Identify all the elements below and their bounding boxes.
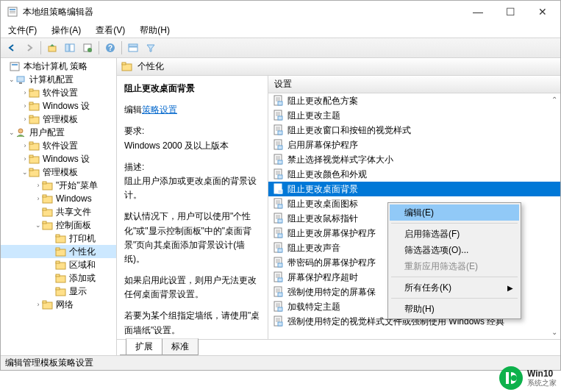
folder-icon (55, 274, 67, 283)
tree-user-software[interactable]: ›软件设置 (1, 139, 116, 152)
svg-rect-19 (29, 89, 33, 91)
tree-windows-comp[interactable]: ›Windows (1, 192, 116, 205)
svg-rect-14 (10, 63, 19, 71)
watermark: Win10 系统之家 (499, 366, 557, 391)
list-item[interactable]: 阻止更改桌面背景 (268, 182, 560, 196)
edit-policy-link[interactable]: 策略设置 (142, 104, 177, 115)
svg-rect-46 (56, 274, 60, 277)
tree-comp-software[interactable]: ›软件设置 (1, 86, 116, 99)
req-value: Windows 2000 及以上版本 (124, 139, 260, 153)
up-button[interactable] (44, 40, 60, 56)
watermark-logo-icon (499, 366, 524, 391)
svg-rect-67 (278, 131, 282, 135)
list-item[interactable]: 启用屏幕保护程序 (268, 138, 560, 152)
svg-text:?: ? (108, 44, 112, 52)
list-item[interactable]: 阻止更改主题 (268, 108, 560, 123)
menu-enable-filter[interactable]: 启用筛选器(F) (390, 226, 519, 242)
menu-view[interactable]: 查看(V) (93, 24, 128, 37)
svg-rect-16 (17, 76, 24, 82)
menu-file[interactable]: 文件(F) (5, 24, 40, 37)
svg-rect-40 (56, 235, 60, 237)
list-item[interactable]: 阻止更改配色方案 (268, 93, 560, 108)
toolbar: ? (1, 38, 560, 58)
close-button[interactable]: ✕ (526, 1, 559, 22)
show-hide-button[interactable] (62, 40, 78, 56)
svg-rect-50 (43, 301, 46, 303)
tree-printer[interactable]: 打印机 (1, 232, 116, 245)
tree-computer-config[interactable]: ⌄计算机配置 (1, 73, 116, 86)
svg-marker-13 (147, 45, 154, 51)
user-icon (15, 128, 27, 138)
folder-icon (29, 101, 40, 111)
svg-rect-23 (29, 115, 33, 118)
context-menu: 编辑(E) 启用筛选器(F) 筛选器选项(O)... 重新应用筛选器(E) 所有… (387, 202, 521, 319)
svg-rect-122 (278, 293, 282, 296)
tab-extended[interactable]: 扩展 (126, 338, 162, 355)
menu-edit[interactable]: 编辑(E) (390, 204, 519, 221)
svg-rect-87 (278, 190, 282, 193)
menu-action[interactable]: 操作(A) (49, 24, 84, 37)
svg-rect-134 (506, 372, 509, 384)
tree-display[interactable]: 显示 (1, 285, 116, 298)
svg-rect-12 (129, 47, 137, 51)
svg-rect-107 (278, 249, 282, 252)
list-item[interactable]: 阻止更改窗口和按钮的视觉样式 (268, 123, 560, 138)
svg-rect-5 (65, 44, 69, 51)
tree-user-windows[interactable]: ›Windows 设 (1, 152, 116, 165)
description-pane: 阻止更改桌面背景 编辑策略设置 要求: Windows 2000 及以上版本 描… (117, 76, 268, 339)
svg-point-135 (511, 375, 517, 381)
menubar: 文件(F) 操作(A) 查看(V) 帮助(H) (1, 23, 560, 38)
tree-control-panel[interactable]: ⌄控制面板 (1, 218, 116, 232)
menu-help[interactable]: 帮助(H) (390, 301, 519, 317)
forward-button[interactable] (21, 40, 37, 56)
app-icon (7, 6, 18, 18)
menu-reapply-filter: 重新应用筛选器(E) (390, 258, 519, 274)
tree-network[interactable]: ›网络 (1, 298, 116, 311)
req-label: 要求: (124, 124, 260, 138)
svg-rect-34 (43, 195, 46, 197)
folder-icon (42, 207, 54, 217)
back-button[interactable] (4, 40, 20, 56)
tree-shared[interactable]: 共享文件 (1, 205, 116, 218)
tree-personalization[interactable]: 个性化 (1, 245, 116, 258)
desc-text: 阻止用户添加或更改桌面的背景设计。 (124, 174, 260, 202)
tree-start-menu[interactable]: ›"开始"菜单 (1, 179, 116, 192)
list-item[interactable]: 禁止选择视觉样式字体大小 (268, 152, 560, 167)
scroll-down-icon[interactable]: ⌄ (550, 327, 559, 336)
svg-rect-36 (43, 208, 46, 210)
menu-all-tasks[interactable]: 所有任务(K)▶ (390, 279, 519, 296)
properties-button[interactable] (79, 40, 96, 56)
tree-add-or[interactable]: 添加或 (1, 271, 116, 285)
folder-icon (42, 181, 54, 190)
minimize-button[interactable]: — (462, 1, 494, 22)
view-button[interactable] (125, 40, 141, 56)
tab-standard[interactable]: 标准 (162, 338, 199, 355)
menu-filter-options[interactable]: 筛选器选项(O)... (390, 242, 519, 258)
svg-rect-52 (122, 63, 126, 65)
svg-rect-30 (29, 168, 33, 171)
filter-button[interactable] (143, 40, 159, 56)
svg-rect-21 (29, 102, 33, 104)
folder-icon (55, 247, 67, 257)
svg-rect-6 (70, 44, 74, 51)
tree-user-admin[interactable]: ⌄管理模板 (1, 165, 116, 179)
folder-icon (29, 141, 40, 151)
tree-comp-admin[interactable]: ›管理模板 (1, 113, 116, 126)
tree-pane[interactable]: 本地计算机 策略 ⌄计算机配置 ›软件设置 ›Windows 设 ›管理模板 ⌄… (1, 58, 117, 355)
list-column-header[interactable]: 设置 (268, 76, 560, 93)
maximize-button[interactable]: ☐ (494, 1, 526, 22)
tree-regional[interactable]: 区域和 (1, 258, 116, 271)
scroll-up-icon[interactable]: ⌃ (550, 95, 559, 104)
tree-user-config[interactable]: ⌄用户配置 (1, 126, 116, 139)
tree-root[interactable]: 本地计算机 策略 (1, 60, 116, 73)
category-header: 个性化 (117, 58, 560, 76)
svg-rect-82 (278, 175, 282, 179)
window-title: 本地组策略编辑器 (23, 6, 462, 18)
titlebar[interactable]: 本地组策略编辑器 — ☐ ✕ (1, 1, 560, 23)
tree-comp-windows[interactable]: ›Windows 设 (1, 99, 116, 113)
svg-rect-15 (12, 64, 18, 65)
svg-rect-102 (278, 234, 282, 238)
help-button[interactable]: ? (102, 40, 118, 56)
menu-help[interactable]: 帮助(H) (137, 24, 173, 37)
list-item[interactable]: 阻止更改颜色和外观 (268, 167, 560, 182)
